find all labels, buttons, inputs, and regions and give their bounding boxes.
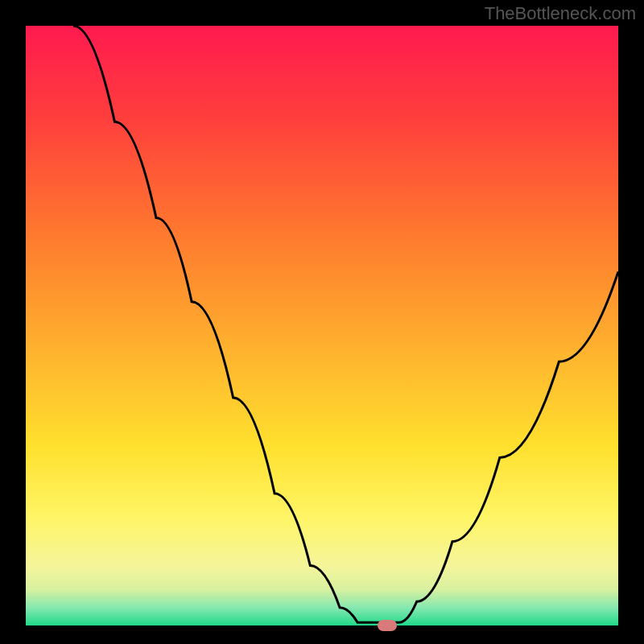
optimal-marker xyxy=(378,620,397,631)
bottleneck-curve xyxy=(26,26,618,625)
chart-container: TheBottleneck.com xyxy=(0,0,644,644)
watermark-text: TheBottleneck.com xyxy=(485,3,636,24)
plot-area xyxy=(26,26,618,625)
